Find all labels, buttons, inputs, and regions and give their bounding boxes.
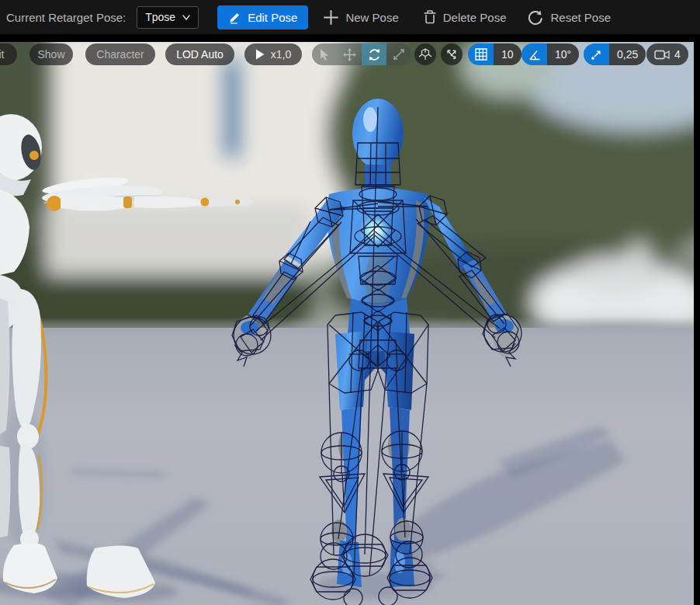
- edit-pose-button[interactable]: Edit Pose: [217, 5, 308, 30]
- lod-button[interactable]: LOD Auto: [165, 43, 234, 65]
- rotation-snap-toggle[interactable]: [522, 43, 547, 65]
- translate-tool-button[interactable]: [337, 43, 362, 65]
- new-pose-label: New Pose: [345, 11, 398, 24]
- rotation-snap-value[interactable]: 10°: [547, 43, 579, 65]
- camera-icon: [654, 50, 670, 60]
- scale-snap-value[interactable]: 0,25: [609, 43, 646, 65]
- panel-divider: [0, 34, 700, 42]
- character-menu-button[interactable]: Character: [85, 43, 155, 65]
- lit-mode-button[interactable]: Lit: [0, 43, 17, 65]
- reset-pose-label: Reset Pose: [550, 11, 611, 24]
- grid-snap-toggle[interactable]: [468, 43, 494, 65]
- coordinate-space-button[interactable]: [414, 43, 436, 65]
- reset-pose-button[interactable]: Reset Pose: [528, 9, 611, 25]
- rotation-snap-control[interactable]: 10°: [522, 43, 579, 65]
- pencil-icon: [228, 11, 241, 24]
- horizon-blend: [0, 322, 694, 334]
- camera-speed-control[interactable]: 4: [646, 43, 688, 65]
- building-blue-stripe: [223, 57, 241, 158]
- pose-dropdown[interactable]: Tpose: [137, 6, 199, 29]
- trash-icon: [424, 10, 436, 24]
- scene-canvas[interactable]: [0, 42, 694, 605]
- viewport-right-border: [694, 42, 700, 605]
- viewport-toolbar: Lit Show Character LOD Auto x1,0: [0, 42, 694, 68]
- show-menu-button[interactable]: Show: [29, 43, 73, 65]
- transform-tools: [312, 43, 411, 65]
- new-pose-button[interactable]: New Pose: [324, 10, 398, 25]
- play-icon: [255, 49, 265, 60]
- select-tool-button[interactable]: [312, 43, 337, 65]
- 3d-viewport[interactable]: Lit Show Character LOD Auto x1,0: [0, 42, 700, 605]
- grid-icon: [475, 48, 487, 61]
- edit-pose-label: Edit Pose: [248, 11, 297, 24]
- mannequin-hand: [209, 198, 254, 207]
- playback-speed-button[interactable]: x1,0: [244, 43, 302, 65]
- rotate-tool-button[interactable]: [362, 43, 386, 65]
- delete-pose-label: Delete Pose: [443, 11, 507, 24]
- delete-pose-button[interactable]: Delete Pose: [424, 10, 507, 24]
- grid-snap-value[interactable]: 10: [494, 43, 522, 65]
- pose-dropdown-value: Tpose: [145, 11, 175, 23]
- scale-snap-control[interactable]: 0,25: [584, 43, 646, 65]
- world-axes-icon: [418, 47, 432, 61]
- plus-icon: [324, 10, 338, 25]
- grid-snap-control[interactable]: 10: [468, 43, 522, 65]
- cursor-icon: [319, 48, 330, 61]
- snap-mode-button[interactable]: [441, 43, 463, 65]
- reset-icon: [528, 9, 543, 25]
- angle-icon: [528, 49, 541, 61]
- mannequin-upper-arm: [61, 195, 128, 210]
- scale-arrow-icon: [591, 49, 602, 61]
- move-icon: [343, 48, 356, 61]
- mannequin-shoulder-joint: [47, 196, 62, 211]
- scale-tool-button[interactable]: [386, 43, 411, 65]
- scale-icon: [393, 48, 405, 61]
- current-retarget-pose-label: Current Retarget Pose:: [6, 11, 126, 24]
- camera-speed-value: 4: [674, 48, 681, 61]
- retarget-pose-toolbar: Current Retarget Pose: Tpose Edit Pose N…: [0, 0, 700, 34]
- rotate-icon: [368, 48, 381, 61]
- scale-snap-toggle[interactable]: [584, 43, 609, 65]
- bone-chain-icon: [445, 47, 459, 61]
- chevron-down-icon: [182, 15, 190, 20]
